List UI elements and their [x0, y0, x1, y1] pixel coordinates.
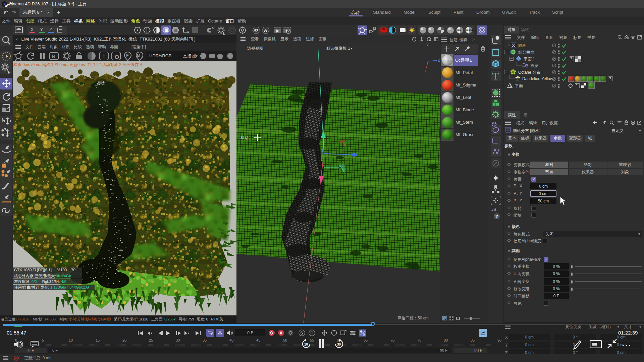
svg-text:Y: Y: [426, 43, 429, 47]
svg-text:?: ?: [495, 214, 498, 219]
svg-text:Y: Y: [40, 27, 43, 32]
svg-text:BLEND: BLEND: [466, 29, 474, 32]
svg-text:A: A: [280, 331, 283, 336]
svg-text:Z: Z: [438, 58, 440, 62]
svg-text:M: M: [137, 53, 140, 58]
svg-text:X: X: [31, 27, 34, 32]
svg-text:MIX: MIX: [457, 29, 461, 32]
svg-text:Z: Z: [49, 27, 52, 32]
svg-text:30: 30: [337, 343, 341, 346]
svg-text:F: F: [126, 53, 128, 58]
svg-text:X: X: [424, 69, 427, 73]
svg-text:10: 10: [304, 343, 308, 346]
svg-text:R: R: [52, 54, 55, 59]
svg-text:A: A: [264, 28, 267, 33]
svg-text:S: S: [301, 331, 303, 336]
svg-text:JS: JS: [491, 207, 496, 212]
